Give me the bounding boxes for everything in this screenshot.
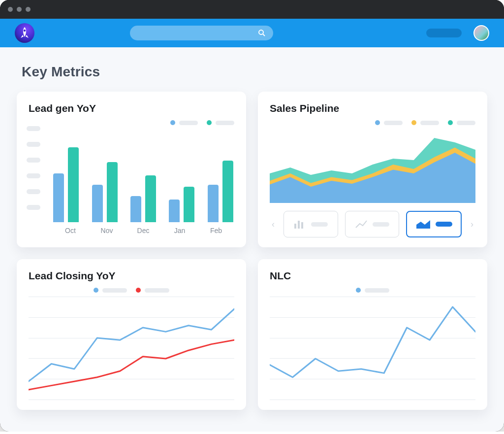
legend-swatch-blue	[375, 120, 380, 125]
search-input[interactable]	[130, 26, 273, 40]
svg-point-1	[259, 30, 263, 34]
window-control-min[interactable]	[17, 7, 22, 12]
page-body: Key Metrics Lead gen YoY OctNovDecJanFeb…	[0, 47, 504, 432]
legend-swatch-blue	[170, 120, 175, 125]
chevron-right-icon[interactable]: ›	[469, 219, 475, 230]
legend-label	[145, 288, 169, 293]
chart-type-line-button[interactable]	[345, 211, 400, 237]
nav-label-placeholder	[426, 29, 462, 37]
card-title: Lead gen YoY	[29, 102, 234, 114]
chart-type-label	[373, 222, 389, 227]
legend-item	[448, 120, 475, 125]
legend	[29, 288, 234, 293]
card-title: Sales Pipeline	[270, 102, 475, 114]
legend-item	[94, 288, 127, 293]
legend-label	[365, 288, 389, 293]
legend-item	[207, 120, 234, 125]
app-window: Key Metrics Lead gen YoY OctNovDecJanFeb…	[0, 0, 504, 432]
x-axis-labels: OctNovDecJanFeb	[52, 227, 234, 234]
legend	[270, 288, 475, 293]
window-titlebar	[0, 0, 504, 19]
line-chart	[270, 297, 475, 400]
rocket-icon	[15, 23, 34, 43]
dashboard-grid: Lead gen YoY OctNovDecJanFeb Sales Pipel…	[17, 92, 487, 410]
legend-label	[216, 121, 234, 125]
area-chart	[270, 129, 475, 203]
line-chart	[29, 297, 234, 400]
svg-marker-6	[416, 220, 430, 229]
legend-item	[136, 288, 169, 293]
legend-swatch-orange	[411, 120, 416, 125]
bar-chart	[52, 129, 234, 223]
legend	[270, 120, 475, 125]
user-avatar[interactable]	[473, 25, 489, 41]
chevron-left-icon[interactable]: ‹	[270, 219, 277, 230]
svg-point-0	[24, 30, 26, 32]
chart-type-picker: ‹	[270, 211, 475, 237]
svg-rect-5	[301, 222, 303, 229]
legend-label	[102, 288, 127, 293]
card-sales-pipeline: Sales Pipeline ‹	[258, 92, 487, 247]
svg-rect-3	[294, 224, 296, 229]
legend-swatch-blue	[94, 288, 98, 293]
search-icon	[257, 29, 266, 37]
area-chart-icon	[416, 219, 431, 230]
card-title: Lead Closing YoY	[29, 270, 234, 282]
legend-item	[411, 120, 439, 125]
card-title: NLC	[270, 270, 475, 282]
top-nav	[0, 19, 504, 47]
app-logo[interactable]	[15, 23, 34, 43]
legend-item	[375, 120, 403, 125]
legend-label	[179, 121, 198, 125]
legend-swatch-red	[136, 288, 141, 293]
legend-swatch-teal	[448, 120, 453, 125]
legend-swatch-teal	[207, 120, 212, 125]
legend-item	[356, 288, 389, 293]
legend-swatch-blue	[356, 288, 361, 293]
line-chart-icon	[355, 219, 368, 230]
window-control-max[interactable]	[26, 7, 31, 12]
y-axis-ticks	[27, 126, 40, 210]
card-lead-closing: Lead Closing YoY	[17, 259, 246, 410]
legend-label	[420, 121, 439, 125]
window-control-close[interactable]	[8, 7, 13, 12]
chart-type-area-button[interactable]	[406, 211, 462, 237]
chart-type-label	[436, 222, 452, 227]
legend-label	[457, 121, 475, 125]
card-nlc: NLC	[258, 259, 487, 410]
chart-type-label	[311, 222, 328, 227]
legend	[29, 120, 234, 125]
legend-item	[170, 120, 198, 125]
bar-chart-icon	[293, 219, 306, 230]
page-title: Key Metrics	[22, 64, 487, 80]
svg-rect-4	[298, 221, 300, 229]
chart-type-bar-button[interactable]	[284, 211, 338, 237]
svg-line-2	[263, 34, 265, 36]
legend-label	[384, 121, 403, 125]
card-lead-gen: Lead gen YoY OctNovDecJanFeb	[17, 92, 246, 247]
